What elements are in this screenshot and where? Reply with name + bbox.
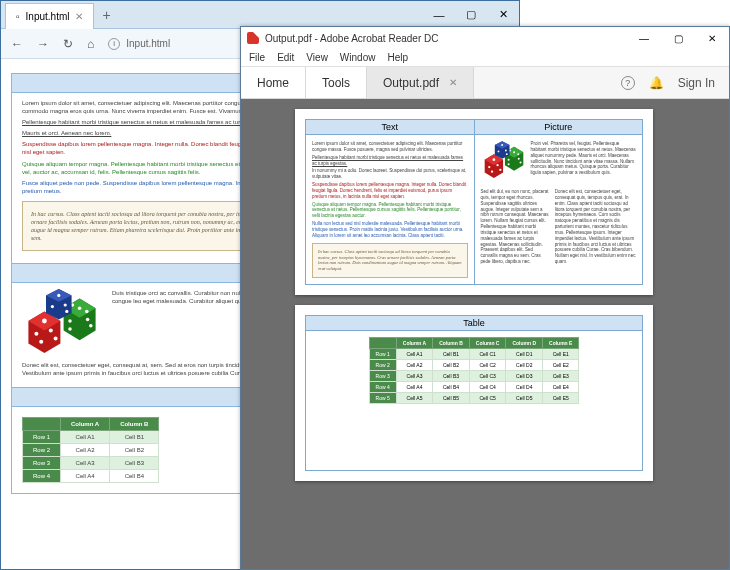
address-bar[interactable]: i Input.html [108,38,170,50]
window-controls: — ▢ ✕ [423,1,519,29]
tab-tools[interactable]: Tools [306,67,367,98]
paragraph: Proin vel. Pharetra vel, feugiat. Pellen… [531,141,637,176]
help-icon[interactable]: ? [621,76,635,90]
dice-image [22,289,102,361]
pdf-titlebar: Output.pdf - Adobe Acrobat Reader DC — ▢… [241,27,729,49]
url-text: Input.html [126,38,170,49]
pdf-page: Text Lorem ipsum dolor sit amet, consect… [295,109,653,295]
page-icon: ▫ [16,11,20,22]
table-row: Row 1Cell A1Cell B1Cell C1Cell D1Cell E1 [369,349,579,360]
window-controls: — ▢ ✕ [627,27,729,49]
tab-label: Output.pdf [383,76,439,90]
table-row: Row 4Cell A4Cell B4 [23,469,159,482]
column-header: Text [306,120,474,135]
paragraph: Suspendisse dapibus lorem pellentesque m… [312,182,468,200]
table-row: Row 3Cell A3Cell B3Cell C3Cell D3Cell E3 [369,371,579,382]
pdf-viewport[interactable]: Text Lorem ipsum dolor sit amet, consect… [241,99,729,569]
table-row: Row 2Cell A2Cell B2 [23,443,159,456]
menu-help[interactable]: Help [387,52,408,63]
bell-icon[interactable]: 🔔 [649,76,664,90]
paragraph: In nonummy mi a odio. Donec laoreet. Sus… [312,168,468,180]
signin-button[interactable]: Sign In [678,76,715,90]
minimize-button[interactable]: — [423,1,455,29]
paragraph: Sed elit dui, eu non nunc, placerat quis… [481,189,551,265]
paragraph: Nulla non lectus sed nisl molestie males… [312,221,468,239]
forward-button[interactable]: → [37,37,49,51]
tab-title: Input.html [26,11,70,22]
table-row: Row 5Cell A5Cell B5Cell C5Cell D5Cell E5 [369,393,579,404]
paragraph: Donec elit est, consectetuer eget, conse… [555,189,636,265]
close-icon[interactable]: ✕ [75,11,83,22]
paragraph: Lorem ipsum dolor sit amet, consectetuer… [312,141,468,153]
data-table: Column AColumn BColumn CColumn DColumn E… [369,337,580,404]
menu-bar: File Edit View Window Help [241,49,729,67]
acrobat-icon [247,32,259,44]
close-button[interactable]: ✕ [487,1,519,29]
back-button[interactable]: ← [11,37,23,51]
table-row: Row 4Cell A4Cell B4Cell C4Cell D4Cell E4 [369,382,579,393]
menu-file[interactable]: File [249,52,265,63]
maximize-button[interactable]: ▢ [661,27,695,49]
tab-home[interactable]: Home [241,67,306,98]
menu-view[interactable]: View [306,52,328,63]
column-text: Text Lorem ipsum dolor sit amet, consect… [305,119,475,285]
column-header: Picture [475,120,643,135]
minimize-button[interactable]: — [627,27,661,49]
menu-edit[interactable]: Edit [277,52,294,63]
browser-titlebar: ▫ Input.html ✕ + — ▢ ✕ [1,1,519,29]
window-title: Output.pdf - Adobe Acrobat Reader DC [265,33,438,44]
callout-box: In hac cursus. Class aptent taciti socio… [312,243,468,278]
tab-bar-right: ? 🔔 Sign In [607,67,729,98]
table-row: Row 2Cell A2Cell B2Cell C2Cell D2Cell E2 [369,360,579,371]
close-button[interactable]: ✕ [695,27,729,49]
table-header [23,417,61,430]
close-icon[interactable]: ✕ [449,77,457,88]
column-header: Table [306,316,642,331]
table-header: Column A [61,417,110,430]
paragraph: Quisque aliquam tempor magna. Pellentesq… [312,202,468,220]
browser-tab[interactable]: ▫ Input.html ✕ [5,3,94,29]
table-header: Column B [110,417,159,430]
info-icon: i [108,38,120,50]
paragraph: Pellentesque habitant morbi tristique se… [312,155,468,167]
menu-window[interactable]: Window [340,52,376,63]
pdf-reader-window: Output.pdf - Adobe Acrobat Reader DC — ▢… [240,26,730,570]
dice-image [481,141,527,183]
maximize-button[interactable]: ▢ [455,1,487,29]
table-header-row: Column A Column B [23,417,159,430]
tab-document[interactable]: Output.pdf ✕ [367,67,474,98]
data-table: Column A Column B Row 1Cell A1Cell B1 Ro… [22,417,159,483]
pdf-tab-bar: Home Tools Output.pdf ✕ ? 🔔 Sign In [241,67,729,99]
pdf-page: Table Column AColumn BColumn CColumn DCo… [295,305,653,481]
column-picture: Picture Proin vel. Pharetra vel, feugiat… [475,119,644,285]
table-row: Row 1Cell A1Cell B1 [23,430,159,443]
new-tab-button[interactable]: + [94,7,118,23]
table-header-row: Column AColumn BColumn CColumn DColumn E [369,338,579,349]
refresh-button[interactable]: ↻ [63,37,73,51]
home-button[interactable]: ⌂ [87,37,94,51]
table-row: Row 3Cell A3Cell B3 [23,456,159,469]
